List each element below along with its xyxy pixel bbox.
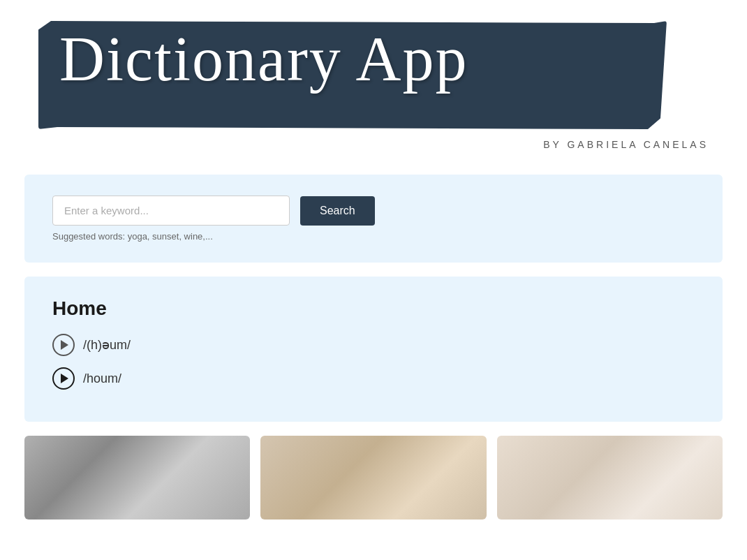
subtitle: BY GABRIELA CANELAS: [543, 139, 709, 150]
pronunciation-2: /houm/: [52, 367, 695, 390]
play-button-2[interactable]: [52, 367, 75, 390]
image-card-1: [24, 436, 250, 520]
images-section: [24, 436, 723, 520]
search-input[interactable]: [52, 196, 290, 226]
search-button[interactable]: Search: [300, 196, 375, 226]
pronunciation-1: /(h)əum/: [52, 334, 695, 356]
logo-container: Dictionary App BY GABRIELA CANELAS: [38, 14, 709, 154]
word-title: Home: [52, 297, 695, 320]
header: Dictionary App BY GABRIELA CANELAS: [0, 0, 747, 161]
search-section: Search Suggested words: yoga, sunset, wi…: [24, 175, 723, 263]
image-card-3: [497, 436, 723, 520]
logo-text: Dictionary App: [59, 28, 468, 91]
search-row: Search: [52, 196, 695, 226]
phonetic-text-2: /houm/: [83, 371, 121, 386]
image-card-2: [260, 436, 486, 520]
play-icon-triangle-2: [61, 374, 68, 383]
suggested-words: Suggested words: yoga, sunset, wine,...: [52, 231, 695, 242]
phonetic-text-1: /(h)əum/: [83, 337, 131, 353]
play-button-1[interactable]: [52, 334, 75, 356]
play-icon-triangle-1: [61, 340, 68, 350]
definition-section: Home /(h)əum/ /houm/: [24, 277, 723, 422]
